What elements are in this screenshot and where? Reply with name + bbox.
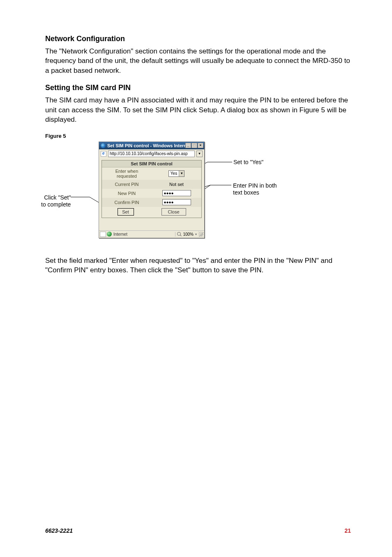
window-title: Set SIM PIN control - Windows Internet..… — [107, 143, 185, 148]
current-pin-value: Not set — [152, 181, 201, 188]
heading-network-config: Network Configuration — [45, 35, 351, 43]
zoom-dropdown-icon[interactable]: ▾ — [195, 232, 197, 236]
confirm-pin-label: Confirm PIN — [102, 199, 152, 206]
panel-heading: Set SIM PIN control — [102, 160, 201, 167]
minimize-button[interactable]: _ — [185, 143, 191, 148]
footer-page-number: 21 — [344, 527, 351, 534]
status-bar: Internet 100% ▾ — [99, 230, 204, 238]
resize-grip[interactable] — [198, 232, 203, 237]
status-zone: Internet — [113, 232, 175, 237]
maximize-button[interactable]: □ — [191, 143, 197, 148]
callout-set-yes: Set to "Yes" — [233, 159, 263, 166]
footer-doc-id: 6623-2221 — [45, 527, 73, 534]
status-page-icon — [100, 232, 106, 237]
enter-when-requested-value: Yes — [169, 171, 179, 176]
callout-click-set: Click "Set"to complete — [41, 194, 71, 209]
magnifier-icon — [177, 232, 181, 236]
current-pin-label: Current PIN — [102, 181, 152, 188]
set-button[interactable]: Set — [118, 208, 134, 216]
zoom-level[interactable]: 100% — [183, 232, 194, 237]
enter-when-requested-label: Enter whenrequested — [102, 168, 152, 179]
ie-icon — [101, 143, 106, 148]
callout-enter-pin: Enter PIN in bothtext boxes — [233, 182, 277, 197]
sim-pin-panel: Set SIM PIN control Enter whenrequested … — [101, 160, 202, 218]
dialog-window: Set SIM PIN control - Windows Internet..… — [99, 142, 205, 238]
figure-label: Figure 5 — [45, 133, 351, 139]
chevron-down-icon: ▼ — [179, 171, 184, 176]
close-button[interactable]: Close — [161, 208, 186, 216]
confirm-pin-input[interactable] — [162, 199, 191, 205]
globe-icon — [107, 232, 112, 237]
text-sim-pin: The SIM card may have a PIN associated w… — [45, 95, 351, 124]
window-titlebar[interactable]: Set SIM PIN control - Windows Internet..… — [99, 142, 204, 149]
heading-sim-pin: Setting the SIM card PIN — [45, 84, 351, 92]
enter-when-requested-select[interactable]: Yes ▼ — [168, 170, 184, 177]
page-icon — [101, 151, 106, 157]
figure-5: Click "Set"to complete Set to "Yes" Ente… — [45, 142, 349, 248]
address-dropdown-button[interactable]: ▼ — [196, 151, 203, 157]
text-instructions: Set the field marked "Enter when request… — [45, 256, 351, 275]
text-network-config: The "Network Configuration" section cont… — [45, 46, 351, 75]
close-window-button[interactable]: × — [198, 143, 203, 148]
new-pin-input[interactable] — [162, 190, 191, 196]
address-bar-input[interactable] — [108, 151, 195, 157]
new-pin-label: New PIN — [102, 190, 152, 197]
